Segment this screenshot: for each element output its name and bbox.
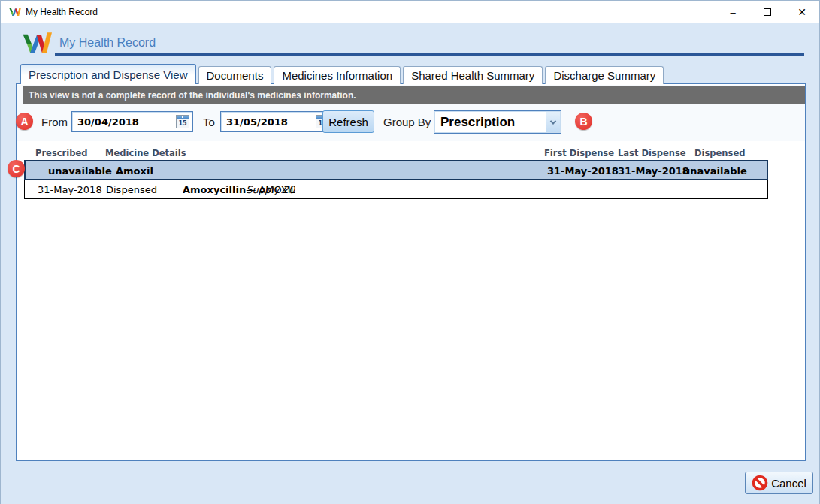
chevron-down-icon — [550, 118, 556, 124]
header-divider — [55, 53, 804, 56]
to-label: To — [203, 116, 215, 128]
tab-shared-health-summary[interactable]: Shared Health Summary — [403, 66, 543, 84]
group-by-select[interactable]: Prescription — [434, 110, 561, 134]
cell-last-dispense: 31-May-2018 — [618, 164, 689, 176]
calendar-icon[interactable]: 15 — [176, 115, 189, 128]
close-icon: ✕ — [797, 6, 806, 18]
minimize-icon: – — [730, 7, 735, 18]
cell-prescribed: unavailable — [48, 164, 112, 176]
group-by-value: Prescription — [434, 115, 545, 130]
tab-medicines-information[interactable]: Medicines Information — [274, 66, 401, 84]
tab-label: Prescription and Dispense View — [29, 68, 188, 81]
window-title: My Health Record — [26, 7, 98, 17]
maximize-icon — [764, 8, 771, 16]
tab-documents[interactable]: Documents — [198, 66, 272, 84]
to-date-input[interactable]: 31/05/2018 15 — [220, 111, 333, 132]
cell-medicine-details: Amoxycillin — AMOXIL — 500mg — Take the … — [183, 184, 295, 195]
dropdown-arrow-button[interactable] — [546, 112, 560, 132]
disclaimer-banner: This view is not a complete record of th… — [23, 86, 805, 104]
app-logo-icon — [8, 6, 21, 18]
tab-bar: Prescription and Dispense View Documents… — [20, 64, 666, 84]
medicine-description: — AMOXIL — 500mg — Take the specified do… — [246, 184, 295, 195]
minimize-button[interactable]: – — [716, 1, 750, 23]
table-row-prescription-group[interactable]: unavailable Amoxil 31-May-2018 31-May-20… — [24, 160, 768, 180]
column-header-prescribed: Prescribed — [35, 148, 87, 158]
refresh-button[interactable]: Refresh — [322, 110, 374, 133]
marker-letter: A — [20, 116, 28, 128]
table-row-dispense-detail[interactable]: 31-May-2018 Dispensed Amoxycillin — AMOX… — [24, 180, 768, 199]
from-date-value: 30/04/2018 — [77, 116, 139, 128]
client-area: My Health Record Prescription and Dispen… — [1, 23, 819, 504]
disclaimer-text: This view is not a complete record of th… — [29, 90, 356, 101]
tab-discharge-summary[interactable]: Discharge Summary — [545, 66, 664, 84]
from-date-input[interactable]: 30/04/2018 15 — [71, 111, 193, 132]
callout-marker-c: C — [8, 160, 25, 177]
page-title: My Health Record — [59, 36, 156, 50]
marker-letter: C — [12, 163, 20, 175]
tab-content-panel: This view is not a complete record of th… — [16, 83, 806, 461]
medicine-name: Amoxycillin — [183, 184, 246, 195]
group-by-label: Group By — [383, 116, 431, 128]
column-header-medicine-details: Medicine Details — [105, 148, 186, 158]
cell-date: 31-May-2018 — [38, 184, 102, 195]
tab-label: Shared Health Summary — [411, 69, 534, 82]
cell-medicine: Amoxil — [116, 164, 153, 176]
callout-marker-a: A — [16, 113, 33, 130]
no-entry-icon — [752, 475, 768, 491]
cancel-button[interactable]: Cancel — [745, 472, 813, 494]
from-label: From — [41, 116, 68, 128]
maximize-button[interactable] — [750, 1, 785, 23]
title-bar: My Health Record – ✕ — [1, 1, 819, 23]
my-health-record-logo — [20, 29, 52, 58]
column-header-first-dispense: First Dispense — [544, 148, 614, 158]
tab-label: Documents — [207, 69, 264, 82]
app-window: My Health Record – ✕ My Health Record Pr… — [0, 0, 820, 504]
refresh-label: Refresh — [328, 116, 368, 128]
close-button[interactable]: ✕ — [785, 1, 819, 23]
column-header-dispensed: Dispensed — [694, 148, 745, 158]
tab-label: Discharge Summary — [553, 69, 655, 82]
cancel-label: Cancel — [771, 477, 806, 490]
tab-prescription-dispense-view[interactable]: Prescription and Dispense View — [20, 64, 196, 84]
cell-dispensed: unavailable — [683, 164, 747, 176]
marker-letter: B — [579, 116, 587, 128]
tab-label: Medicines Information — [282, 69, 392, 82]
callout-marker-b: B — [575, 113, 592, 130]
cell-first-dispense: 31-May-2018 — [547, 164, 619, 176]
column-header-last-dispense: Last Dispense — [618, 148, 686, 158]
cell-status: Dispensed — [106, 184, 157, 195]
to-date-value: 31/05/2018 — [226, 116, 288, 128]
